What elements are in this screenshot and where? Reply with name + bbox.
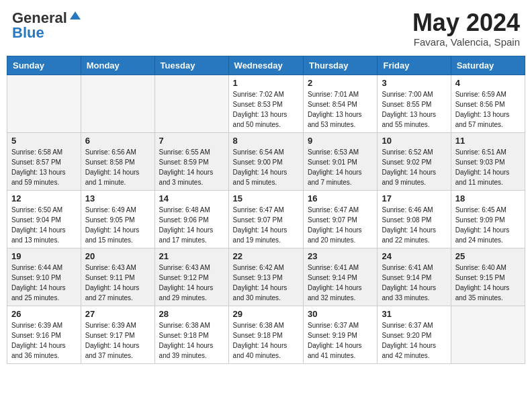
- day-info: Sunrise: 7:02 AMSunset: 8:53 PMDaylight:…: [233, 89, 299, 130]
- day-number: 19: [11, 251, 77, 261]
- calendar-day-cell: 25Sunrise: 6:40 AMSunset: 9:15 PMDayligh…: [451, 248, 525, 306]
- day-info: Sunrise: 6:40 AMSunset: 9:15 PMDaylight:…: [455, 263, 521, 303]
- calendar-day-cell: [7, 75, 81, 132]
- calendar-day-cell: 3Sunrise: 7:00 AMSunset: 8:55 PMDaylight…: [378, 75, 451, 132]
- day-number: 18: [455, 193, 521, 203]
- day-of-week-header: Sunday: [7, 56, 81, 75]
- calendar-day-cell: 23Sunrise: 6:41 AMSunset: 9:14 PMDayligh…: [304, 248, 378, 306]
- day-number: 15: [233, 193, 299, 203]
- day-info: Sunrise: 6:39 AMSunset: 9:17 PMDaylight:…: [85, 320, 150, 361]
- day-info: Sunrise: 6:49 AMSunset: 9:05 PMDaylight:…: [85, 205, 150, 245]
- calendar-day-cell: 8Sunrise: 6:54 AMSunset: 9:00 PMDaylight…: [228, 132, 303, 190]
- day-of-week-header: Thursday: [304, 56, 378, 75]
- day-info: Sunrise: 6:47 AMSunset: 9:07 PMDaylight:…: [308, 205, 373, 245]
- day-info: Sunrise: 6:45 AMSunset: 9:09 PMDaylight:…: [455, 205, 521, 245]
- day-info: Sunrise: 6:41 AMSunset: 9:14 PMDaylight:…: [308, 263, 373, 303]
- day-number: 4: [455, 78, 521, 88]
- day-number: 29: [233, 309, 299, 319]
- day-info: Sunrise: 6:50 AMSunset: 9:04 PMDaylight:…: [11, 205, 77, 245]
- day-number: 20: [85, 251, 150, 261]
- calendar-day-cell: 15Sunrise: 6:47 AMSunset: 9:07 PMDayligh…: [228, 190, 303, 248]
- calendar-day-cell: 6Sunrise: 6:56 AMSunset: 8:58 PMDaylight…: [81, 132, 154, 190]
- calendar-day-cell: 31Sunrise: 6:37 AMSunset: 9:20 PMDayligh…: [378, 306, 451, 363]
- day-info: Sunrise: 6:53 AMSunset: 9:01 PMDaylight:…: [308, 147, 373, 187]
- calendar-location: Favara, Valencia, Spain: [412, 36, 520, 48]
- day-number: 28: [159, 309, 224, 319]
- calendar-day-cell: 13Sunrise: 6:49 AMSunset: 9:05 PMDayligh…: [81, 190, 154, 248]
- day-info: Sunrise: 6:44 AMSunset: 9:10 PMDaylight:…: [11, 263, 77, 303]
- calendar-day-cell: 14Sunrise: 6:48 AMSunset: 9:06 PMDayligh…: [154, 190, 228, 248]
- day-info: Sunrise: 6:43 AMSunset: 9:11 PMDaylight:…: [85, 263, 150, 303]
- day-number: 25: [455, 251, 521, 261]
- title-block: May 2024 Favara, Valencia, Spain: [412, 9, 520, 48]
- page-header: General Blue May 2024 Favara, Valencia, …: [7, 7, 525, 50]
- day-info: Sunrise: 6:58 AMSunset: 8:57 PMDaylight:…: [11, 147, 77, 187]
- calendar-day-cell: 28Sunrise: 6:38 AMSunset: 9:18 PMDayligh…: [154, 306, 228, 363]
- calendar-day-cell: 27Sunrise: 6:39 AMSunset: 9:17 PMDayligh…: [81, 306, 154, 363]
- day-number: 23: [308, 251, 373, 261]
- day-info: Sunrise: 6:54 AMSunset: 9:00 PMDaylight:…: [233, 147, 299, 187]
- day-number: 5: [11, 136, 77, 146]
- day-number: 12: [11, 193, 77, 203]
- day-number: 21: [159, 251, 224, 261]
- calendar-day-cell: 22Sunrise: 6:42 AMSunset: 9:13 PMDayligh…: [228, 248, 303, 306]
- day-number: 27: [85, 309, 150, 319]
- day-of-week-header: Tuesday: [154, 56, 228, 75]
- day-number: 11: [455, 136, 521, 146]
- calendar-header-row: SundayMondayTuesdayWednesdayThursdayFrid…: [7, 56, 525, 75]
- day-number: 7: [159, 136, 224, 146]
- calendar-day-cell: 11Sunrise: 6:51 AMSunset: 9:03 PMDayligh…: [451, 132, 525, 190]
- day-info: Sunrise: 6:56 AMSunset: 8:58 PMDaylight:…: [85, 147, 150, 187]
- day-info: Sunrise: 6:55 AMSunset: 8:59 PMDaylight:…: [159, 147, 224, 187]
- day-number: 31: [382, 309, 446, 319]
- calendar-day-cell: 20Sunrise: 6:43 AMSunset: 9:11 PMDayligh…: [81, 248, 154, 306]
- calendar-day-cell: 10Sunrise: 6:52 AMSunset: 9:02 PMDayligh…: [378, 132, 451, 190]
- day-info: Sunrise: 6:52 AMSunset: 9:02 PMDaylight:…: [382, 147, 446, 187]
- day-number: 9: [308, 136, 373, 146]
- day-number: 8: [233, 136, 299, 146]
- day-info: Sunrise: 6:37 AMSunset: 9:19 PMDaylight:…: [308, 320, 373, 361]
- calendar-day-cell: 24Sunrise: 6:41 AMSunset: 9:14 PMDayligh…: [378, 248, 451, 306]
- calendar-day-cell: 30Sunrise: 6:37 AMSunset: 9:19 PMDayligh…: [304, 306, 378, 363]
- day-of-week-header: Monday: [81, 56, 154, 75]
- calendar-day-cell: [154, 75, 228, 132]
- calendar-week-row: 1Sunrise: 7:02 AMSunset: 8:53 PMDaylight…: [7, 75, 525, 132]
- calendar-day-cell: 12Sunrise: 6:50 AMSunset: 9:04 PMDayligh…: [7, 190, 81, 248]
- day-info: Sunrise: 6:42 AMSunset: 9:13 PMDaylight:…: [233, 263, 299, 303]
- calendar-day-cell: 21Sunrise: 6:43 AMSunset: 9:12 PMDayligh…: [154, 248, 228, 306]
- calendar-day-cell: 7Sunrise: 6:55 AMSunset: 8:59 PMDaylight…: [154, 132, 228, 190]
- calendar-table: SundayMondayTuesdayWednesdayThursdayFrid…: [7, 56, 525, 364]
- day-number: 3: [382, 78, 446, 88]
- logo-blue-text: Blue: [12, 24, 44, 42]
- day-number: 1: [233, 78, 299, 88]
- calendar-day-cell: 4Sunrise: 6:59 AMSunset: 8:56 PMDaylight…: [451, 75, 525, 132]
- calendar-day-cell: 17Sunrise: 6:46 AMSunset: 9:08 PMDayligh…: [378, 190, 451, 248]
- calendar-day-cell: 16Sunrise: 6:47 AMSunset: 9:07 PMDayligh…: [304, 190, 378, 248]
- day-number: 24: [382, 251, 446, 261]
- day-of-week-header: Wednesday: [228, 56, 303, 75]
- calendar-day-cell: 5Sunrise: 6:58 AMSunset: 8:57 PMDaylight…: [7, 132, 81, 190]
- day-info: Sunrise: 6:47 AMSunset: 9:07 PMDaylight:…: [233, 205, 299, 245]
- day-info: Sunrise: 6:43 AMSunset: 9:12 PMDaylight:…: [159, 263, 224, 303]
- day-number: 6: [85, 136, 150, 146]
- calendar-day-cell: 9Sunrise: 6:53 AMSunset: 9:01 PMDaylight…: [304, 132, 378, 190]
- calendar-day-cell: [451, 306, 525, 363]
- logo: General Blue: [12, 9, 82, 42]
- svg-marker-0: [70, 11, 81, 19]
- day-number: 22: [233, 251, 299, 261]
- calendar-day-cell: 29Sunrise: 6:38 AMSunset: 9:18 PMDayligh…: [228, 306, 303, 363]
- calendar-day-cell: 19Sunrise: 6:44 AMSunset: 9:10 PMDayligh…: [7, 248, 81, 306]
- day-info: Sunrise: 7:01 AMSunset: 8:54 PMDaylight:…: [308, 89, 373, 130]
- calendar-week-row: 5Sunrise: 6:58 AMSunset: 8:57 PMDaylight…: [7, 132, 525, 190]
- day-info: Sunrise: 7:00 AMSunset: 8:55 PMDaylight:…: [382, 89, 446, 130]
- calendar-week-row: 26Sunrise: 6:39 AMSunset: 9:16 PMDayligh…: [7, 306, 525, 363]
- day-info: Sunrise: 6:38 AMSunset: 9:18 PMDaylight:…: [159, 320, 224, 361]
- day-number: 30: [308, 309, 373, 319]
- calendar-week-row: 12Sunrise: 6:50 AMSunset: 9:04 PMDayligh…: [7, 190, 525, 248]
- calendar-day-cell: 2Sunrise: 7:01 AMSunset: 8:54 PMDaylight…: [304, 75, 378, 132]
- day-info: Sunrise: 6:59 AMSunset: 8:56 PMDaylight:…: [455, 89, 521, 130]
- day-number: 13: [85, 193, 150, 203]
- day-info: Sunrise: 6:38 AMSunset: 9:18 PMDaylight:…: [233, 320, 299, 361]
- day-info: Sunrise: 6:46 AMSunset: 9:08 PMDaylight:…: [382, 205, 446, 245]
- day-info: Sunrise: 6:39 AMSunset: 9:16 PMDaylight:…: [11, 320, 77, 361]
